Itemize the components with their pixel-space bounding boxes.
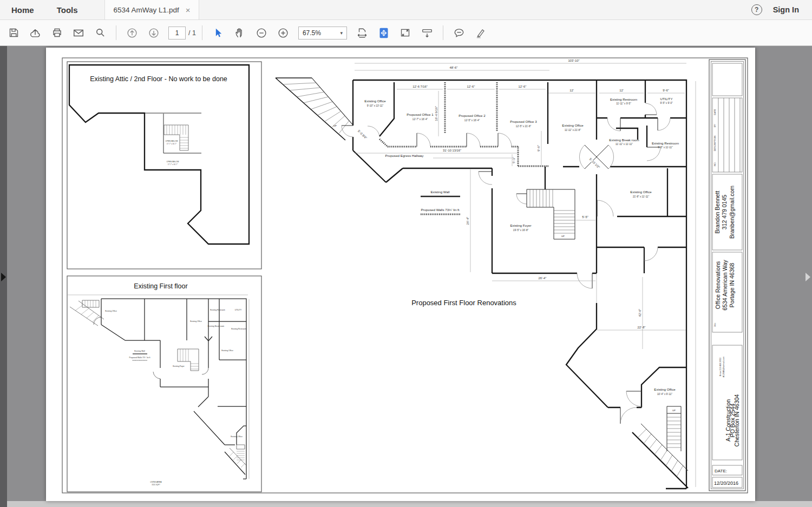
builder-contact-phone: Brian 219 456 2853 — [719, 358, 722, 376]
highlight-button[interactable] — [472, 24, 490, 42]
dim-stair: 5'-5" — [582, 215, 588, 219]
room-size: 12'-7" x 16'-4" — [412, 118, 428, 121]
mini-label: Existing Restroom — [210, 309, 225, 311]
find-button[interactable] — [91, 24, 109, 42]
room-label: Proposed Office 2 — [459, 114, 486, 117]
legend-proposed-walls: Proposed Walls 73¾' lin ft — [421, 208, 459, 212]
contact-phone: 312 479 0145 — [721, 195, 728, 229]
room-label: Existing Restroom — [610, 97, 637, 101]
mini-label: Existing Office — [231, 436, 243, 438]
zoom-level-select[interactable]: 67.5% ▾ — [298, 27, 347, 39]
job-line2: 6534 American Way — [722, 259, 728, 310]
legend-existing-wall: Existing Wall — [430, 190, 449, 194]
right-pane-toggle[interactable] — [806, 273, 810, 281]
first-floor-title: Existing First floor — [134, 282, 187, 290]
highlighter-icon — [475, 27, 487, 39]
zoom-in-button[interactable] — [274, 24, 292, 42]
room-size: 12'-5" x 21'-8" — [516, 125, 532, 128]
pdf-page: Existing Attic / 2nd Floor - No work to … — [46, 48, 755, 501]
pointer-icon — [213, 28, 224, 38]
left-pane-toggle[interactable] — [1, 273, 6, 281]
comment-button[interactable] — [450, 24, 468, 42]
save-button[interactable] — [4, 24, 23, 42]
tab-home[interactable]: Home — [0, 0, 45, 19]
document-tab[interactable]: 6534 AmWay L1.pdf × — [104, 0, 200, 19]
rev-header-date: DATE — [713, 109, 716, 115]
mini-legend-existing: Existing Wall — [134, 350, 145, 352]
help-icon[interactable]: ? — [751, 4, 762, 15]
hand-icon — [234, 27, 245, 38]
fullscreen-icon — [400, 27, 411, 38]
attic-open-below-1-size: 17'-7" x 16'-7" — [167, 143, 176, 145]
mini-label: Existing Office — [105, 310, 117, 312]
dim-wing-height: 42'-6" — [638, 309, 641, 317]
page-count-label: / 1 — [188, 29, 196, 37]
room-label: Proposed Office 3 — [510, 120, 537, 123]
share-button[interactable] — [26, 24, 44, 42]
fit-page-button[interactable] — [375, 24, 393, 42]
page-down-icon — [148, 27, 160, 39]
attic-plan: Existing Attic / 2nd Floor - No work to … — [67, 62, 261, 269]
sign-in-button[interactable]: Sign In — [773, 5, 799, 14]
rev-header-description: DESCRIPTION — [713, 136, 716, 152]
fit-width-button[interactable] — [353, 24, 371, 42]
bottom-scrollbar[interactable] — [7, 501, 812, 507]
next-page-button[interactable] — [145, 24, 163, 42]
dim-po3-width: 12'-6" — [519, 85, 527, 88]
email-icon — [73, 27, 84, 39]
room-size: 19'-5" x 16'-8" — [513, 229, 529, 232]
app-top-bar: Home Tools 6534 AmWay L1.pdf × ? Sign In — [0, 0, 812, 20]
room-label: Proposed Office 1 — [407, 113, 434, 116]
toolbar-divider — [443, 25, 443, 40]
tab-tools[interactable]: Tools — [45, 0, 89, 19]
room-size: 21'-8" x 11'-11" — [633, 195, 649, 198]
page-pan-icon — [378, 27, 389, 39]
room-size: 11'-11" x 11'-11" — [615, 143, 633, 146]
dim-hallway: 31'-10 13/16" — [443, 149, 461, 152]
toolbar-divider — [116, 25, 116, 40]
previous-page-button[interactable] — [123, 24, 141, 42]
read-mode-icon — [421, 27, 433, 39]
comment-icon — [453, 27, 465, 39]
title-block: DATE BY DESCRIPTION NO. Brandon Bennett … — [709, 60, 745, 491]
email-button[interactable] — [69, 24, 88, 42]
print-button[interactable] — [48, 24, 66, 42]
mini-label: Existing Office — [190, 320, 202, 322]
attic-title: Existing Attic / 2nd Floor - No work to … — [90, 75, 227, 83]
search-icon — [95, 27, 106, 38]
minus-circle-icon — [256, 27, 267, 39]
zoom-out-button[interactable] — [252, 24, 271, 42]
rev-header-no: NO. — [713, 162, 716, 166]
room-label: Existing Office — [654, 387, 676, 391]
attic-open-below-2-size: 17'-7" x 16'-7" — [168, 163, 178, 166]
attic-open-below-1: OPEN BELOW — [166, 140, 179, 142]
rev-header-by: BY — [713, 124, 716, 127]
print-icon — [51, 27, 63, 38]
room-size: 9'-10" x 13'-11" — [367, 104, 384, 107]
job-line1: Office Renovations — [715, 261, 721, 310]
fullscreen-button[interactable] — [396, 24, 415, 42]
read-mode-button[interactable] — [418, 24, 436, 42]
hand-tool-button[interactable] — [231, 24, 249, 42]
job-line3: Portage IN 46368 — [729, 263, 735, 307]
contact-name: Brandon Bennett — [714, 191, 721, 234]
mini-legend-proposed: Proposed Walls 73¾' lin ft — [129, 357, 150, 359]
title-block-logo-box — [712, 63, 742, 96]
date-label: DATE: — [715, 469, 727, 473]
toolbar: / 1 67.5% ▾ — [0, 20, 812, 46]
date-value: 12/20/2016 — [714, 480, 738, 486]
room-label: UTILITY — [660, 97, 672, 101]
close-icon[interactable]: × — [186, 6, 191, 14]
page-number-input[interactable] — [168, 27, 186, 39]
zoom-level-value: 67.5% — [303, 29, 321, 37]
room-size: 9'-5" x 9'-0" — [660, 102, 673, 104]
hallway-label: Proposed Egress Hallway — [385, 154, 424, 157]
dim-restroom-width: 12' — [619, 89, 624, 92]
room-label: Existing Break room — [609, 138, 639, 142]
select-tool-button[interactable] — [209, 24, 227, 42]
room-label: Existing Office — [562, 123, 584, 127]
wing-stairs-up-label: UP — [672, 409, 676, 412]
mini-label: UTILITY — [235, 309, 242, 311]
room-label: Existing Foyer — [510, 223, 531, 227]
toolbar-divider — [202, 25, 202, 40]
